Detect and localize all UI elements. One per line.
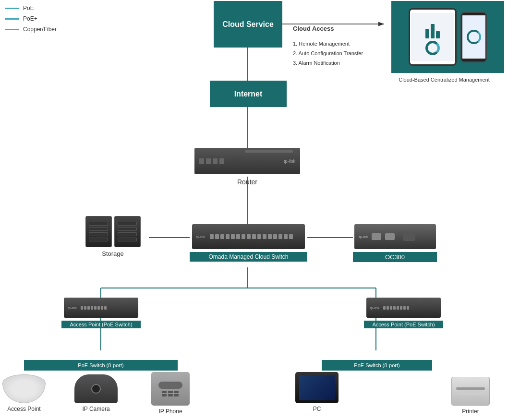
ap-port: [403, 306, 406, 310]
ap-left-box: tp-link Access Point (PoE Switch): [61, 298, 141, 336]
port: [278, 234, 282, 239]
nas-bay: [89, 227, 108, 231]
legend-line-copper: [5, 29, 19, 30]
legend-item-copper: Copper/Fiber: [5, 26, 57, 33]
ap-port: [393, 306, 396, 310]
port: [226, 234, 230, 239]
storage-label: Storage: [102, 250, 124, 257]
nas-bay: [118, 222, 137, 226]
bar-3: [436, 31, 440, 38]
phone-mock: [460, 12, 487, 62]
tablet-mock: [409, 8, 457, 66]
device-preview: [391, 1, 504, 73]
ap-right-brand: tp-link: [370, 306, 379, 310]
ip-camera-image: [74, 374, 118, 403]
ip-camera-device: IP Camera: [74, 374, 118, 412]
ap-port: [84, 306, 86, 310]
legend-label-poep: PoE+: [23, 15, 37, 22]
phone-key: [174, 394, 179, 396]
router-port: [199, 158, 204, 164]
port: [284, 234, 288, 239]
switch-image: tp-link: [192, 224, 305, 249]
ap-port: [87, 306, 90, 310]
ap-port: [91, 306, 93, 310]
cloud-access-title: Cloud Access: [293, 25, 334, 32]
port: [220, 234, 224, 239]
ip-phone-device: IP Phone: [151, 372, 190, 415]
cloud-service-box: Cloud Service: [214, 1, 282, 48]
router-port: [219, 158, 224, 164]
legend-label-poe: PoE: [23, 5, 34, 12]
teal-bar-right: PoE Switch (8-port): [322, 360, 432, 371]
phone-screen: [462, 15, 485, 59]
phone-key: [168, 391, 173, 393]
internet-label: Internet: [234, 90, 263, 98]
ap-left-label: Access Point (PoE Switch): [61, 321, 141, 328]
switch-label: Omada Managed Cloud Switch: [190, 252, 307, 262]
printer-label: Printer: [462, 408, 479, 415]
router-label: Router: [237, 178, 257, 186]
ap-port: [397, 306, 399, 310]
legend: PoE PoE+ Copper/Fiber: [5, 5, 57, 36]
storage-box: Storage: [82, 216, 144, 269]
phone-keypad: [162, 391, 179, 396]
legend-line-poe: [5, 8, 19, 9]
port: [289, 234, 293, 239]
legend-item-poe: PoE: [5, 5, 57, 12]
internet-box: Internet: [210, 81, 287, 107]
phone-key: [162, 394, 167, 396]
nas-bay: [89, 232, 108, 236]
port: [236, 234, 240, 239]
phone-key: [174, 391, 179, 393]
ap-port: [400, 306, 402, 310]
cloud-access-caption: Cloud-Based Centralized Management: [387, 77, 502, 83]
nas-image-group: [85, 216, 141, 247]
controller-label: OC300: [353, 252, 437, 262]
ap-right-image: tp-link: [366, 298, 441, 318]
port: [273, 234, 277, 239]
nas-bay: [118, 232, 137, 236]
phone-key: [168, 394, 173, 396]
cloud-access-list: 1. Remote Management 2. Auto Configurati…: [293, 39, 363, 68]
router-brand: tp-link: [284, 159, 295, 164]
printer-image: [451, 377, 490, 406]
ap-left-brand: tp-link: [68, 306, 77, 310]
teal-bar-left-label: PoE Switch (8-port): [78, 362, 123, 368]
ap-right-ports: [383, 306, 409, 310]
controller-image: tp-link: [354, 224, 436, 249]
pc-label: PC: [313, 406, 321, 412]
port: [268, 234, 272, 239]
phone-handset: [158, 382, 182, 389]
ap-port: [81, 306, 83, 310]
nas-bay: [89, 238, 108, 241]
ip-camera-label: IP Camera: [82, 406, 109, 412]
nas-unit-1: [85, 216, 112, 247]
router-box: tp-link Router: [192, 148, 302, 196]
router-ports: [199, 158, 224, 164]
port: [247, 234, 251, 239]
teal-bar-left: PoE Switch (8-port): [24, 360, 178, 371]
ap-port: [97, 306, 100, 310]
nas-bay: [118, 238, 137, 241]
phone-key: [162, 391, 167, 393]
cloud-access-item-3: 3. Alarm Notification: [293, 59, 363, 68]
port: [242, 234, 245, 239]
port: [252, 234, 256, 239]
cloud-access-item-1: 1. Remote Management: [293, 39, 363, 49]
ap-left-ports: [81, 306, 107, 310]
ap-right-box: tp-link Access Point (PoE Switch): [364, 298, 443, 336]
legend-line-poep: [5, 18, 19, 20]
teal-bar-right-label: PoE Switch (8-port): [354, 362, 399, 368]
nas-bay: [89, 222, 108, 226]
ap-right-label: Access Point (PoE Switch): [364, 321, 443, 328]
controller-usb: [403, 232, 415, 241]
router-image: tp-link: [194, 148, 300, 174]
cloud-access-item-2: 2. Auto Configuration Transfer: [293, 49, 363, 59]
ip-camera-lens: [91, 384, 101, 394]
ap-port: [387, 306, 389, 310]
switch-box: tp-link Omada Managed Cloud Switc: [190, 224, 307, 267]
controller-box: tp-link OC300: [353, 224, 437, 267]
diagram-container: PoE PoE+ Copper/Fiber Cloud Service Clou…: [0, 0, 508, 420]
ap-left-image: tp-link: [64, 298, 138, 318]
switch-port-row: [210, 234, 293, 239]
